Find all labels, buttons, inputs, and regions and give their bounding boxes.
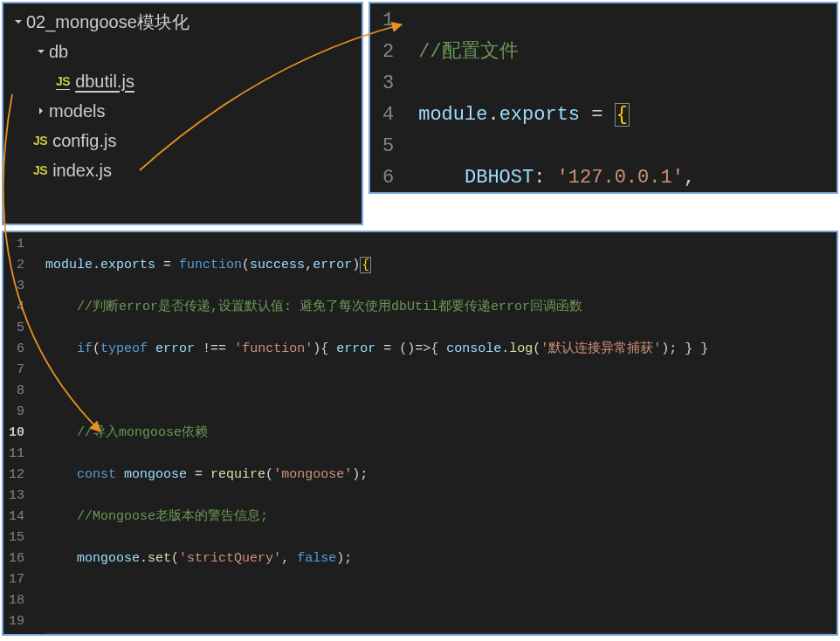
tree-file-label: config.js	[52, 131, 116, 151]
tree-folder-models[interactable]: models	[3, 96, 361, 126]
tree-file-dbutil[interactable]: JS dbutil.js	[3, 66, 361, 96]
tree-file-index[interactable]: JS index.js	[3, 155, 361, 185]
js-icon: JS	[33, 134, 47, 148]
tree-folder-label: 02_mongoose模块化	[26, 10, 189, 34]
tree-file-label: dbutil.js	[75, 72, 134, 92]
js-icon: JS	[56, 74, 70, 88]
config-editor: 1 2 3 4 5 6 //配置文件 module.exports = { DB…	[368, 2, 838, 194]
tree-folder-label: db	[49, 42, 68, 62]
line-gutter: 1 2 3 4 5 6 7 8 9 10 11 12 13 14 15 16 1…	[3, 232, 40, 634]
tree-file-config[interactable]: JS config.js	[3, 126, 361, 155]
chevron-down-icon	[33, 45, 49, 59]
tree-folder-label: models	[49, 101, 105, 121]
js-icon: JS	[33, 163, 47, 177]
tree-file-label: index.js	[52, 161, 112, 181]
line-gutter: 1 2 3 4 5 6	[370, 3, 413, 192]
file-tree: 02_mongoose模块化 db JS dbutil.js models JS…	[3, 3, 361, 189]
tree-folder-db[interactable]: db	[3, 37, 361, 66]
file-explorer: 02_mongoose模块化 db JS dbutil.js models JS…	[2, 2, 363, 225]
code-area[interactable]: //配置文件 module.exports = { DBHOST: '127.0…	[413, 3, 700, 192]
code-area[interactable]: module.exports = function(success,error)…	[40, 232, 837, 634]
main-editor: 1 2 3 4 5 6 7 8 9 10 11 12 13 14 15 16 1…	[2, 231, 838, 636]
tree-folder-root[interactable]: 02_mongoose模块化	[3, 7, 361, 37]
chevron-down-icon	[10, 15, 26, 29]
chevron-right-icon	[33, 104, 49, 118]
